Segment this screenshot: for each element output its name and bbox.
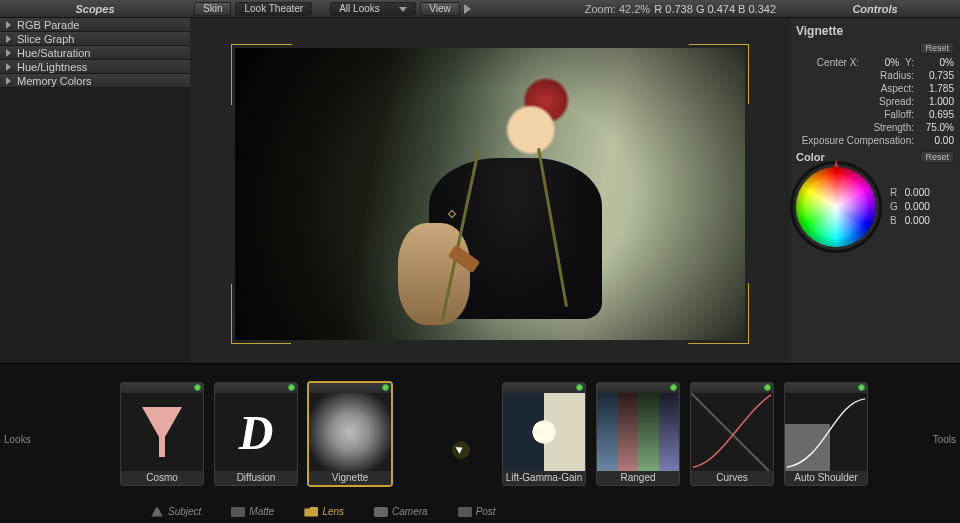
scopes-panel: RGB Parade Slice Graph Hue/Saturation Hu…	[0, 18, 190, 363]
g-value[interactable]: 0.000	[905, 201, 930, 212]
triangle-right-icon	[6, 77, 11, 85]
tile-cosmo[interactable]: Cosmo	[120, 382, 204, 486]
lgg-thumb	[503, 393, 585, 471]
tile-label: Cosmo	[121, 471, 203, 485]
falloff-value[interactable]: 0.695	[920, 108, 954, 121]
reset-vignette-button[interactable]: Reset	[920, 42, 954, 54]
all-looks-dropdown[interactable]: All Looks	[330, 2, 416, 16]
reset-color-button[interactable]: Reset	[920, 151, 954, 163]
y-value[interactable]: 0%	[920, 56, 954, 69]
scope-label: Memory Colors	[17, 75, 92, 87]
r-label: R	[890, 186, 902, 200]
zoom-readout: Zoom: 42.2%	[585, 3, 650, 15]
power-icon[interactable]	[382, 384, 389, 391]
tools-side-label[interactable]: Tools	[933, 434, 956, 445]
tile-lift-gamma-gain[interactable]: Lift-Gamma-Gain	[502, 382, 586, 486]
aspect-value[interactable]: 1.785	[920, 82, 954, 95]
strength-label: Strength:	[873, 121, 914, 134]
tile-auto-shoulder[interactable]: Auto Shoulder	[784, 382, 868, 486]
centerx-value[interactable]: 0%	[865, 56, 899, 69]
matte-icon	[231, 507, 245, 517]
effect-title: Vignette	[796, 24, 954, 38]
viewer-frame[interactable]	[235, 48, 745, 340]
looks-side-label[interactable]: Looks	[4, 434, 31, 445]
scopes-title: Scopes	[0, 3, 190, 15]
scope-label: RGB Parade	[17, 19, 79, 31]
controls-panel: Vignette Reset Center X:0%Y:0% Radius:0.…	[790, 18, 960, 363]
power-icon[interactable]	[858, 384, 865, 391]
scope-rgb-parade[interactable]: RGB Parade	[0, 18, 190, 32]
expcomp-value[interactable]: 0.00	[920, 134, 954, 147]
cursor-icon	[452, 441, 470, 459]
tab-label: Camera	[392, 506, 428, 517]
g-label: G	[890, 200, 902, 214]
power-icon[interactable]	[194, 384, 201, 391]
tile-diffusion[interactable]: D Diffusion	[214, 382, 298, 486]
scope-hue-lightness[interactable]: Hue/Lightness	[0, 60, 190, 74]
tile-label: Lift-Gamma-Gain	[503, 471, 585, 485]
scope-label: Slice Graph	[17, 33, 74, 45]
play-icon[interactable]	[464, 4, 471, 14]
aspect-label: Aspect:	[881, 82, 914, 95]
tab-matte[interactable]: Matte	[231, 506, 274, 517]
expcomp-label: Exposure Compensation:	[802, 134, 914, 147]
curves-thumb	[691, 393, 773, 471]
tile-curves[interactable]: Curves	[690, 382, 774, 486]
tile-label: Curves	[691, 471, 773, 485]
triangle-right-icon	[6, 63, 11, 71]
centerx-label: Center X:	[817, 56, 859, 69]
triangle-right-icon	[6, 35, 11, 43]
tab-label: Lens	[322, 506, 344, 517]
view-button[interactable]: View	[420, 2, 460, 16]
color-wheel[interactable]	[796, 167, 876, 247]
scope-slice-graph[interactable]: Slice Graph	[0, 32, 190, 46]
vignette-thumb	[309, 393, 391, 471]
scope-label: Hue/Saturation	[17, 47, 90, 59]
tab-camera[interactable]: Camera	[374, 506, 428, 517]
b-label: B	[890, 214, 902, 228]
radius-label: Radius:	[880, 69, 914, 82]
wheel-center-icon[interactable]	[833, 204, 839, 210]
triangle-right-icon	[6, 21, 11, 29]
viewer-panel	[190, 18, 790, 363]
cosmo-thumb	[121, 393, 203, 471]
scope-label: Hue/Lightness	[17, 61, 87, 73]
rgb-output: R 0.000 G 0.000 B 0.000	[890, 186, 930, 228]
tab-label: Post	[476, 506, 496, 517]
category-tabs: Subject Matte Lens Camera Post	[150, 506, 496, 517]
tile-label: Vignette	[309, 471, 391, 485]
tile-ranged-saturation[interactable]: Ranged Saturation	[596, 382, 680, 486]
power-icon[interactable]	[670, 384, 677, 391]
triangle-right-icon	[6, 49, 11, 57]
shoulder-thumb	[785, 393, 867, 471]
folder-icon	[304, 507, 318, 517]
spread-label: Spread:	[879, 95, 914, 108]
falloff-label: Falloff:	[884, 108, 914, 121]
strength-value[interactable]: 75.0%	[920, 121, 954, 134]
scope-hue-saturation[interactable]: Hue/Saturation	[0, 46, 190, 60]
power-icon[interactable]	[764, 384, 771, 391]
b-value[interactable]: 0.000	[905, 215, 930, 226]
tab-label: Matte	[249, 506, 274, 517]
look-theater-button[interactable]: Look Theater	[235, 2, 312, 16]
tab-post[interactable]: Post	[458, 506, 496, 517]
spread-value[interactable]: 1.000	[920, 95, 954, 108]
tab-label: Subject	[168, 506, 201, 517]
tile-vignette[interactable]: Vignette	[308, 382, 392, 486]
camera-icon	[374, 507, 388, 517]
controls-title: Controls	[790, 3, 960, 15]
post-icon	[458, 507, 472, 517]
power-icon[interactable]	[576, 384, 583, 391]
chevron-down-icon	[399, 7, 407, 12]
tab-lens[interactable]: Lens	[304, 506, 344, 517]
top-bar: Scopes Skin Look Theater All Looks View …	[0, 0, 960, 18]
skin-button[interactable]: Skin	[194, 2, 231, 16]
tile-label: Auto Shoulder	[785, 471, 867, 485]
power-icon[interactable]	[288, 384, 295, 391]
radius-value[interactable]: 0.735	[920, 69, 954, 82]
y-label: Y:	[905, 56, 914, 69]
tab-subject[interactable]: Subject	[150, 506, 201, 517]
scope-memory-colors[interactable]: Memory Colors	[0, 74, 190, 88]
r-value[interactable]: 0.000	[905, 187, 930, 198]
top-center: Skin Look Theater All Looks View Zoom: 4…	[190, 2, 790, 16]
